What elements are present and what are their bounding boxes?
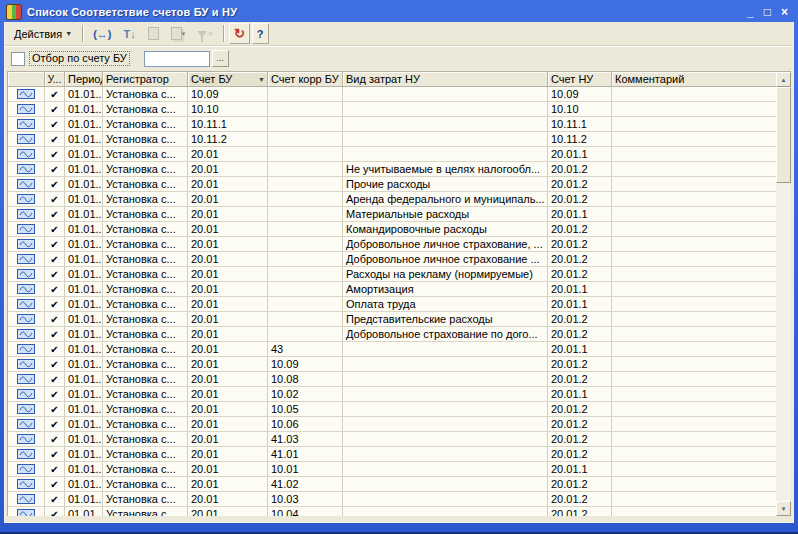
toolbar-separator	[82, 25, 83, 42]
help-button[interactable]: ?	[252, 23, 269, 44]
comment-cell	[612, 402, 778, 417]
account-nu-cell: 20.01.2	[548, 447, 612, 462]
header-account-bu-label: Счет БУ	[191, 73, 232, 86]
record-icon	[17, 449, 35, 462]
record-cell	[8, 162, 45, 177]
toolbar: Действия ▼ (↔) Т↓ ▾ × ↻	[5, 22, 793, 46]
registrar-cell: Установка с...	[103, 252, 188, 267]
account-bu-cell: 20.01	[188, 237, 268, 252]
table-row[interactable]: ✔ 01.01.... Установка с... 20.01 10.02 2…	[8, 387, 778, 402]
table-row[interactable]: ✔ 01.01.... Установка с... 20.01 Прочие …	[8, 177, 778, 192]
expense-type-nu-cell	[343, 492, 548, 507]
scroll-up-button[interactable]: ▲	[776, 72, 791, 87]
table-row[interactable]: ✔ 01.01.... Установка с... 20.01 Расходы…	[8, 267, 778, 282]
table-row[interactable]: ✔ 01.01.... Установка с... 20.01 Амортиз…	[8, 282, 778, 297]
header-comment[interactable]: Комментарий	[612, 72, 778, 87]
account-corr-bu-cell	[268, 102, 343, 117]
output-list-icon	[171, 27, 182, 40]
header-period[interactable]: Период	[65, 72, 103, 87]
scrollbar-thumb[interactable]	[776, 87, 791, 183]
maximize-button[interactable]: □	[764, 6, 771, 18]
vertical-scrollbar[interactable]: ▲ ▼	[776, 72, 791, 516]
table-row[interactable]: ✔ 01.01.... Установка с... 20.01 10.09 2…	[8, 357, 778, 372]
browse-button[interactable]: ...	[212, 50, 229, 67]
table-row[interactable]: ✔ 01.01.... Установка с... 20.01 10.01 2…	[8, 462, 778, 477]
scroll-down-button[interactable]: ▼	[776, 501, 791, 516]
account-bu-cell: 20.01	[188, 282, 268, 297]
actions-button[interactable]: Действия ▼	[9, 23, 77, 44]
account-nu-cell: 20.01.1	[548, 282, 612, 297]
table-row[interactable]: ✔ 01.01.... Установка с... 20.01 41.01 2…	[8, 447, 778, 462]
filter-label[interactable]: Отбор по счету БУ	[29, 51, 130, 66]
period-cell: 01.01....	[65, 297, 103, 312]
table-row[interactable]: ✔ 01.01.... Установка с... 20.01 Доброво…	[8, 237, 778, 252]
header-registrar[interactable]: Регистратор	[103, 72, 188, 87]
account-nu-cell: 20.01.1	[548, 297, 612, 312]
titlebar[interactable]: Список Соответствие счетов БУ и НУ _ □ ×	[4, 2, 794, 22]
table-header-row: У... Период Регистратор Счет БУ ▼ Счет к…	[8, 72, 778, 87]
sort-button[interactable]: Т↓	[118, 23, 140, 44]
active-check-icon: ✔	[45, 237, 65, 252]
table-row[interactable]: ✔ 01.01.... Установка с... 20.01 Оплата …	[8, 297, 778, 312]
account-bu-cell: 10.11.1	[188, 117, 268, 132]
registrar-cell: Установка с...	[103, 87, 188, 102]
expense-type-nu-cell	[343, 447, 548, 462]
record-icon	[17, 89, 35, 102]
record-cell	[8, 357, 45, 372]
expense-type-nu-cell	[343, 87, 548, 102]
table-row[interactable]: ✔ 01.01.... Установка с... 20.01 43 20.0…	[8, 342, 778, 357]
table-body: ✔ 01.01.... Установка с... 10.09 10.09 ✔…	[8, 87, 778, 516]
filter-checkbox[interactable]	[11, 52, 25, 66]
account-nu-cell: 20.01.1	[548, 147, 612, 162]
table-row[interactable]: ✔ 01.01.... Установка с... 20.01 Команди…	[8, 222, 778, 237]
header-account-nu[interactable]: Счет НУ	[548, 72, 612, 87]
table-row[interactable]: ✔ 01.01.... Установка с... 20.01 Доброво…	[8, 327, 778, 342]
account-nu-cell: 20.01.2	[548, 252, 612, 267]
help-icon: ?	[257, 28, 264, 40]
registrar-cell: Установка с...	[103, 237, 188, 252]
record-icon	[17, 269, 35, 282]
table-row[interactable]: ✔ 01.01.... Установка с... 20.01 10.03 2…	[8, 492, 778, 507]
registrar-cell: Установка с...	[103, 222, 188, 237]
close-button[interactable]: ×	[781, 6, 788, 18]
fit-width-button[interactable]: (↔)	[88, 23, 116, 44]
account-corr-bu-cell	[268, 207, 343, 222]
header-account-bu[interactable]: Счет БУ ▼	[188, 72, 268, 87]
table-row[interactable]: ✔ 01.01.... Установка с... 20.01 Материа…	[8, 207, 778, 222]
refresh-icon: ↻	[234, 27, 245, 40]
expense-type-nu-cell: Добровольное страхование по дого...	[343, 327, 548, 342]
table-row[interactable]: ✔ 01.01.... Установка с... 20.01 Доброво…	[8, 252, 778, 267]
registrar-cell: Установка с...	[103, 447, 188, 462]
record-icon	[17, 404, 35, 417]
active-check-icon: ✔	[45, 207, 65, 222]
table-row[interactable]: ✔ 01.01.... Установка с... 10.10 10.10	[8, 102, 778, 117]
refresh-button[interactable]: ↻	[229, 23, 250, 44]
record-cell	[8, 117, 45, 132]
period-cell: 01.01....	[65, 342, 103, 357]
table-row[interactable]: ✔ 01.01.... Установка с... 20.01 Предста…	[8, 312, 778, 327]
record-cell	[8, 477, 45, 492]
header-expense-type-nu[interactable]: Вид затрат НУ	[343, 72, 548, 87]
record-icon	[17, 509, 35, 516]
table-row[interactable]: ✔ 01.01.... Установка с... 10.11.2 10.11…	[8, 132, 778, 147]
table-row[interactable]: ✔ 01.01.... Установка с... 20.01 10.05 2…	[8, 402, 778, 417]
table-row[interactable]: ✔ 01.01.... Установка с... 20.01 10.08 2…	[8, 372, 778, 387]
table-row[interactable]: ✔ 01.01.... Установка с... 20.01 20.01.1	[8, 147, 778, 162]
period-cell: 01.01....	[65, 447, 103, 462]
record-cell	[8, 432, 45, 447]
table-row[interactable]: ✔ 01.01.... Установка с... 20.01 41.02 2…	[8, 477, 778, 492]
account-nu-cell: 20.01.2	[548, 192, 612, 207]
minimize-button[interactable]: _	[747, 6, 754, 18]
header-active[interactable]: У...	[45, 72, 65, 87]
table-row[interactable]: ✔ 01.01.... Установка с... 10.11.1 10.11…	[8, 117, 778, 132]
table-row[interactable]: ✔ 01.01.... Установка с... 20.01 10.06 2…	[8, 417, 778, 432]
table-row[interactable]: ✔ 01.01.... Установка с... 20.01 41.03 2…	[8, 432, 778, 447]
table-row[interactable]: ✔ 01.01.... Установка с... 10.09 10.09	[8, 87, 778, 102]
filter-account-input[interactable]	[144, 51, 210, 67]
header-icon-column[interactable]	[8, 72, 45, 87]
table-row[interactable]: ✔ 01.01.... Установка с... 20.01 Не учит…	[8, 162, 778, 177]
table-row[interactable]: ✔ 01.01.... Установка с... 20.01 Аренда …	[8, 192, 778, 207]
table-row[interactable]: ✔ 01.01.... Установка с... 20.01 10.04 2…	[8, 507, 778, 516]
fit-width-icon: (↔)	[93, 28, 111, 40]
header-account-corr-bu[interactable]: Счет корр БУ	[268, 72, 343, 87]
